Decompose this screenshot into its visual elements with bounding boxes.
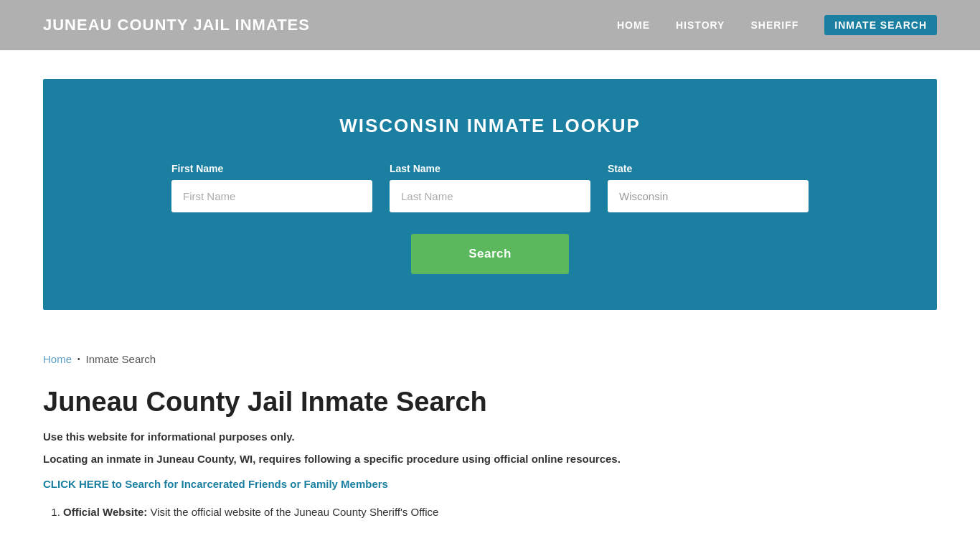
first-name-label: First Name: [171, 163, 372, 174]
inmate-lookup-section: WISCONSIN INMATE LOOKUP First Name Last …: [43, 79, 937, 310]
click-here-link[interactable]: CLICK HERE to Search for Incarcerated Fr…: [43, 478, 388, 490]
info-text-2: Locating an inmate in Juneau County, WI,…: [43, 453, 937, 465]
breadcrumb-home[interactable]: Home: [43, 353, 72, 365]
steps-list: Official Website: Visit the official web…: [43, 506, 937, 518]
search-button-row: Search: [72, 234, 908, 274]
breadcrumb: Home • Inmate Search: [0, 339, 980, 372]
nav-inmate-search[interactable]: INMATE SEARCH: [824, 15, 937, 35]
first-name-group: First Name: [171, 163, 372, 212]
main-nav: HOME HISTORY SHERIFF INMATE SEARCH: [617, 15, 937, 35]
list-item-1-text: Visit the official website of the Juneau…: [150, 506, 438, 518]
last-name-input[interactable]: [390, 180, 590, 212]
list-item-1-bold: Official Website:: [63, 506, 147, 518]
main-content: Juneau County Jail Inmate Search Use thi…: [0, 372, 980, 551]
nav-home[interactable]: HOME: [617, 19, 650, 31]
state-label: State: [608, 163, 809, 174]
info-text-1: Use this website for informational purpo…: [43, 430, 937, 443]
nav-history[interactable]: HISTORY: [676, 19, 725, 31]
last-name-group: Last Name: [390, 163, 590, 212]
state-input[interactable]: [608, 180, 809, 212]
search-fields-row: First Name Last Name State: [72, 163, 908, 212]
lookup-title: WISCONSIN INMATE LOOKUP: [72, 115, 908, 137]
site-header: JUNEAU COUNTY JAIL INMATES HOME HISTORY …: [0, 0, 980, 50]
last-name-label: Last Name: [390, 163, 590, 174]
search-button[interactable]: Search: [411, 234, 569, 274]
page-heading: Juneau County Jail Inmate Search: [43, 387, 937, 418]
site-title: JUNEAU COUNTY JAIL INMATES: [43, 16, 310, 34]
breadcrumb-separator: •: [77, 355, 80, 363]
nav-sheriff[interactable]: SHERIFF: [750, 19, 798, 31]
first-name-input[interactable]: [171, 180, 372, 212]
list-item-1: Official Website: Visit the official web…: [63, 506, 937, 518]
breadcrumb-current: Inmate Search: [86, 353, 156, 365]
state-group: State: [608, 163, 809, 212]
